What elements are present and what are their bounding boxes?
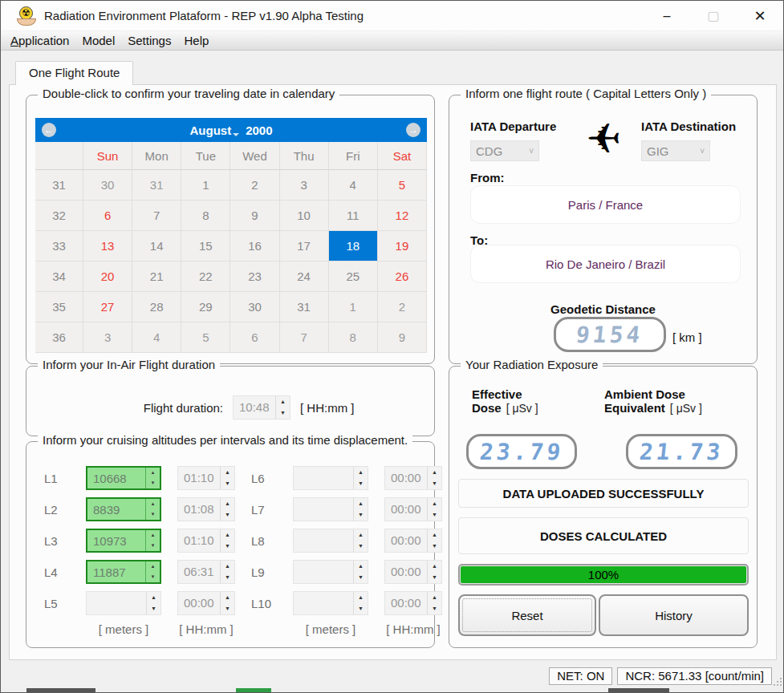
altitude-spinner-l10[interactable]: ▲▼ [293, 591, 368, 615]
calendar-day[interactable]: 31 [132, 170, 181, 201]
altitude-spinner-l2-value[interactable]: 8839 [87, 499, 145, 520]
calendar-day[interactable]: 1 [329, 292, 378, 322]
altitude-spinner-l5-value[interactable] [87, 592, 146, 614]
calendar-prev-month-button[interactable]: ← [42, 123, 56, 137]
calendar-month[interactable]: August [189, 124, 231, 137]
altitude-spinner-l6[interactable]: ▲▼ [293, 466, 368, 490]
time-spinner-l1-value[interactable]: 01:10 [178, 467, 220, 489]
spin-down-icon[interactable]: ▼ [354, 478, 368, 489]
spin-up-icon[interactable]: ▲ [146, 530, 160, 541]
altitude-spinner-l6-value[interactable] [294, 467, 353, 489]
altitude-spinner-l10-value[interactable] [294, 592, 353, 614]
calendar-day[interactable]: 25 [329, 261, 378, 292]
time-spinner-l2[interactable]: 01:08▲▼ [177, 497, 235, 521]
altitude-spinner-l2[interactable]: 8839▲▼ [86, 497, 161, 521]
spin-down-icon[interactable]: ▼ [428, 509, 441, 521]
altitude-spinner-l1[interactable]: 10668▲▼ [86, 466, 161, 490]
spin-down-icon[interactable]: ▼ [354, 509, 368, 521]
time-spinner-l9[interactable]: 00:00▲▼ [384, 560, 442, 584]
spin-down-icon[interactable]: ▼ [221, 478, 234, 489]
time-spinner-l2-value[interactable]: 01:08 [178, 498, 220, 521]
flight-duration-value[interactable]: 10:48 [234, 396, 275, 419]
time-spinner-l7-value[interactable]: 00:00 [385, 498, 427, 521]
calendar-day[interactable]: 22 [181, 261, 230, 292]
spin-down-icon[interactable]: ▼ [221, 603, 234, 614]
spin-down-icon[interactable]: ▼ [147, 603, 160, 614]
calendar-day[interactable]: 26 [378, 261, 427, 292]
calendar-day[interactable]: 17 [280, 231, 329, 261]
spin-up-icon[interactable]: ▲ [276, 396, 290, 407]
time-spinner-l10[interactable]: 00:00▲▼ [384, 591, 442, 615]
calendar-day[interactable]: 24 [280, 261, 329, 292]
calendar-day[interactable]: 5 [181, 322, 230, 353]
calendar-day[interactable]: 30 [83, 170, 132, 201]
spin-down-icon[interactable]: ▼ [146, 541, 160, 551]
spin-down-icon[interactable]: ▼ [146, 478, 160, 488]
calendar-selected-day[interactable]: 18 [329, 231, 378, 261]
spinner-buttons[interactable]: ▲▼ [353, 498, 368, 521]
time-spinner-l3[interactable]: 01:10▲▼ [177, 529, 235, 553]
spinner-buttons[interactable]: ▲▼ [146, 592, 160, 614]
spin-up-icon[interactable]: ▲ [221, 498, 234, 509]
iata-destination-combo[interactable]: GIG ˅ [641, 140, 710, 161]
spin-up-icon[interactable]: ▲ [354, 592, 368, 603]
calendar-day[interactable]: 19 [378, 231, 427, 261]
altitude-spinner-l9[interactable]: ▲▼ [293, 560, 368, 584]
calendar-day[interactable]: 27 [83, 292, 132, 322]
spinner-buttons[interactable]: ▲▼ [220, 561, 234, 583]
reset-button[interactable]: Reset [458, 594, 596, 636]
calendar-day[interactable]: 13 [83, 231, 132, 261]
altitude-spinner-l1-value[interactable]: 10668 [87, 468, 145, 488]
calendar-day[interactable]: 8 [329, 322, 378, 353]
spin-down-icon[interactable]: ▼ [221, 509, 234, 521]
menu-item-model[interactable]: Model [75, 33, 121, 48]
calendar-day[interactable]: 4 [132, 322, 181, 353]
altitude-spinner-l8-value[interactable] [294, 529, 353, 552]
spin-up-icon[interactable]: ▲ [221, 529, 234, 541]
spin-up-icon[interactable]: ▲ [428, 467, 441, 478]
altitude-spinner-l7[interactable]: ▲▼ [293, 497, 368, 521]
spinner-buttons[interactable]: ▲▼ [427, 592, 441, 614]
spin-up-icon[interactable]: ▲ [428, 561, 441, 572]
calendar-year[interactable]: 2000 [246, 124, 272, 137]
calendar-day[interactable]: 7 [132, 201, 181, 231]
spin-up-icon[interactable]: ▲ [428, 529, 441, 541]
calendar-day[interactable]: 9 [378, 322, 427, 353]
spin-up-icon[interactable]: ▲ [147, 592, 160, 603]
spinner-buttons[interactable]: ▲▼ [145, 561, 160, 582]
spin-up-icon[interactable]: ▲ [221, 592, 234, 603]
calendar-day[interactable]: 4 [329, 170, 378, 201]
altitude-spinner-l3-value[interactable]: 10973 [87, 530, 145, 551]
calendar-day[interactable]: 20 [83, 261, 132, 292]
time-spinner-l8[interactable]: 00:00▲▼ [384, 529, 442, 553]
spinner-buttons[interactable]: ▲▼ [353, 467, 368, 489]
time-spinner-l8-value[interactable]: 00:00 [385, 529, 427, 552]
calendar-day[interactable]: 14 [132, 231, 181, 261]
calendar-day[interactable]: 9 [230, 201, 279, 231]
spin-up-icon[interactable]: ▲ [221, 467, 234, 478]
calendar-day[interactable]: 10 [280, 201, 329, 231]
menu-item-help[interactable]: Help [177, 33, 215, 48]
altitude-spinner-l3[interactable]: 10973▲▼ [86, 529, 161, 553]
spin-down-icon[interactable]: ▼ [428, 572, 441, 583]
spinner-buttons[interactable]: ▲▼ [427, 529, 441, 552]
spinner-buttons[interactable]: ▲▼ [220, 529, 234, 552]
time-spinner-l10-value[interactable]: 00:00 [385, 592, 427, 614]
resize-grip-icon[interactable] [774, 678, 782, 686]
spinner-buttons[interactable]: ▲▼ [353, 592, 368, 614]
spin-down-icon[interactable]: ▼ [221, 572, 234, 583]
spin-up-icon[interactable]: ▲ [354, 529, 368, 541]
calendar-day[interactable]: 30 [230, 292, 279, 322]
time-spinner-l6-value[interactable]: 00:00 [385, 467, 427, 489]
menu-item-application[interactable]: Application [4, 33, 75, 48]
calendar-day[interactable]: 16 [230, 231, 279, 261]
spin-up-icon[interactable]: ▲ [354, 561, 368, 572]
time-spinner-l3-value[interactable]: 01:10 [178, 529, 220, 552]
calendar-day[interactable]: 8 [181, 201, 230, 231]
time-spinner-l5[interactable]: 00:00▲▼ [177, 591, 235, 615]
calendar-day[interactable]: 3 [280, 170, 329, 201]
maximize-button[interactable]: ▢ [690, 1, 737, 30]
spin-down-icon[interactable]: ▼ [428, 603, 441, 614]
minimize-button[interactable]: – [644, 1, 690, 30]
spin-up-icon[interactable]: ▲ [221, 561, 234, 572]
